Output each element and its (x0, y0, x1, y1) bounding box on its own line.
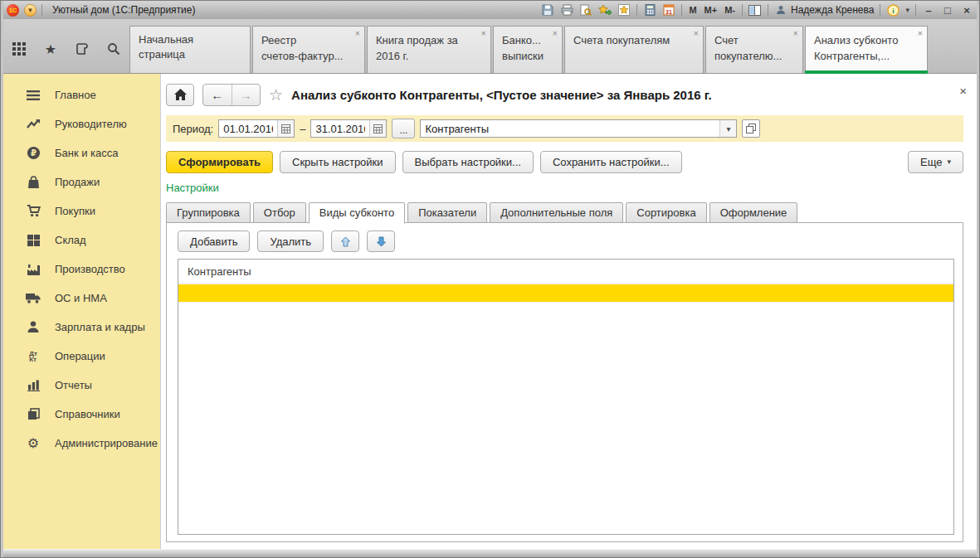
save-settings-button[interactable]: Сохранить настройки... (540, 151, 682, 173)
sidebar-item-directories[interactable]: Справочники (3, 400, 160, 429)
sidebar-item-warehouse[interactable]: Склад (3, 226, 160, 255)
sidebar-item-purchases[interactable]: Покупки (3, 197, 160, 226)
period-to-input[interactable] (311, 123, 369, 135)
divider (915, 4, 916, 16)
search-icon[interactable] (106, 41, 121, 56)
split-window-icon[interactable] (748, 3, 762, 17)
maximize-button[interactable]: □ (941, 4, 954, 17)
tab-close-icon[interactable]: × (553, 29, 558, 38)
calendar-picker-icon[interactable] (277, 120, 294, 137)
tab-close-icon[interactable]: × (355, 29, 360, 38)
tab-close-icon[interactable]: × (918, 29, 923, 38)
tab-home-page[interactable]: Начальная страница (129, 26, 251, 73)
report-close-icon[interactable]: × (959, 84, 967, 98)
list-item[interactable]: Контрагенты (178, 260, 953, 284)
calendar-icon[interactable]: 31 (662, 3, 675, 17)
person-icon (25, 321, 41, 333)
report-title: Анализ субконто Контрагенты, <Пустое зна… (291, 88, 712, 102)
forward-button[interactable]: → (232, 85, 261, 105)
sidebar-item-salary-hr[interactable]: Зарплата и кадры (3, 313, 160, 342)
move-up-button[interactable] (331, 230, 359, 252)
period-to-field[interactable] (310, 119, 387, 138)
subconto-dropdown-icon[interactable]: ▾ (719, 120, 736, 137)
period-variants-button[interactable]: ... (392, 119, 415, 138)
tab-invoice-register[interactable]: Реестр счетов-фактур... × (252, 26, 365, 73)
sidebar-item-main[interactable]: Главное (3, 80, 160, 109)
settings-tab-sorting[interactable]: Сортировка (626, 202, 706, 223)
navigation-buttons: ← → (202, 84, 261, 106)
generate-button[interactable]: Сформировать (166, 151, 273, 173)
delete-button[interactable]: Удалить (257, 230, 324, 252)
save-icon[interactable] (541, 3, 554, 17)
settings-tab-additional-fields[interactable]: Дополнительные поля (490, 202, 623, 223)
print-icon[interactable] (560, 3, 573, 17)
sidebar-item-sales[interactable]: Продажи (3, 167, 160, 197)
add-button[interactable]: Добавить (178, 230, 250, 252)
add-favorite-icon[interactable] (598, 3, 612, 17)
svg-text:₽: ₽ (31, 148, 37, 158)
list-toolbar: Добавить Удалить (178, 230, 954, 252)
settings-tab-indicators[interactable]: Показатели (407, 202, 487, 223)
trend-icon (25, 119, 41, 129)
info-dropdown-icon[interactable]: ▾ (905, 6, 909, 14)
favorites-icon[interactable] (617, 3, 631, 17)
sidebar-item-manager[interactable]: Руководителю (3, 109, 160, 138)
sidebar-item-bank-cash[interactable]: ₽ Банк и касса (3, 138, 160, 167)
sidebar-item-fixed-assets[interactable]: ОС и НМА (3, 284, 160, 313)
warehouse-icon (25, 235, 41, 246)
choose-settings-button[interactable]: Выбрать настройки... (402, 151, 534, 173)
memory-plus-button[interactable]: M+ (704, 5, 719, 15)
favorite-toggle-icon[interactable]: ☆ (269, 85, 283, 104)
dt-kt-icon: Дт Кт (25, 351, 41, 362)
list-item-selected[interactable] (178, 284, 953, 303)
print-preview-icon[interactable] (579, 3, 592, 17)
settings-tab-subconto-types[interactable]: Виды субконто (309, 202, 405, 224)
history-icon[interactable] (75, 41, 90, 56)
home-button[interactable] (166, 84, 194, 106)
subconto-choose-icon[interactable] (742, 119, 760, 138)
gear-icon: ⚙ (25, 435, 41, 451)
sections-grid-icon[interactable] (12, 41, 27, 56)
period-from-field[interactable] (218, 119, 295, 138)
minimize-button[interactable]: – (922, 4, 935, 17)
divider (41, 4, 42, 16)
calendar-picker-icon[interactable] (369, 120, 386, 137)
move-down-button[interactable] (367, 230, 395, 252)
list-empty-area[interactable] (178, 303, 953, 534)
memory-minus-button[interactable]: M- (724, 5, 736, 15)
hide-settings-button[interactable]: Скрыть настройки (280, 151, 396, 173)
sidebar-item-administration[interactable]: ⚙ Администрирование (3, 429, 160, 458)
report-form: × ← → ☆ Анализ субконто Контрагенты, <Пу… (161, 74, 977, 549)
report-header: ← → ☆ Анализ субконто Контрагенты, <Пуст… (166, 80, 963, 109)
tab-subconto-analysis[interactable]: Анализ субконто Контрагенты,... × (805, 26, 928, 73)
tab-bank-statements[interactable]: Банко... выписки × (493, 26, 563, 73)
memory-button[interactable]: M (688, 5, 697, 15)
bag-icon (25, 176, 41, 189)
tab-customer-invoices[interactable]: Счета покупателям × (564, 26, 704, 73)
info-icon[interactable]: i (886, 3, 900, 17)
favorites-star-icon[interactable]: ★ (43, 41, 58, 56)
settings-tab-appearance[interactable]: Оформление (709, 202, 798, 223)
subconto-input[interactable] (421, 123, 719, 135)
close-button[interactable]: × (960, 4, 973, 17)
tab-customer-invoice[interactable]: Счет покупателю... × (705, 26, 803, 73)
period-from-input[interactable] (219, 123, 277, 135)
more-button[interactable]: Еще ▾ (908, 151, 963, 173)
sidebar-item-production[interactable]: Производство (3, 255, 160, 284)
back-button[interactable]: ← (203, 85, 232, 105)
subconto-field[interactable]: ▾ (420, 119, 737, 138)
title-bar: 1C ▼ Уютный дом (1С:Предприятие) (3, 1, 977, 19)
settings-tab-filter[interactable]: Отбор (253, 202, 306, 223)
tab-close-icon[interactable]: × (694, 29, 699, 38)
tab-close-icon[interactable]: × (481, 29, 486, 38)
settings-tab-grouping[interactable]: Группировка (166, 202, 251, 223)
tab-sales-book[interactable]: Книга продаж за 2016 г. × (367, 26, 491, 73)
sidebar-item-operations[interactable]: Дт Кт Операции (3, 342, 160, 371)
main-menu-button[interactable]: ▼ (24, 4, 37, 17)
calculator-icon[interactable] (643, 3, 656, 17)
quick-panel: ★ (3, 25, 129, 73)
tab-close-icon[interactable]: × (793, 29, 798, 38)
current-user-button[interactable]: Надежда Кренева (774, 3, 874, 17)
subconto-list: Контрагенты (178, 259, 954, 535)
sidebar-item-reports[interactable]: Отчеты (3, 371, 160, 400)
